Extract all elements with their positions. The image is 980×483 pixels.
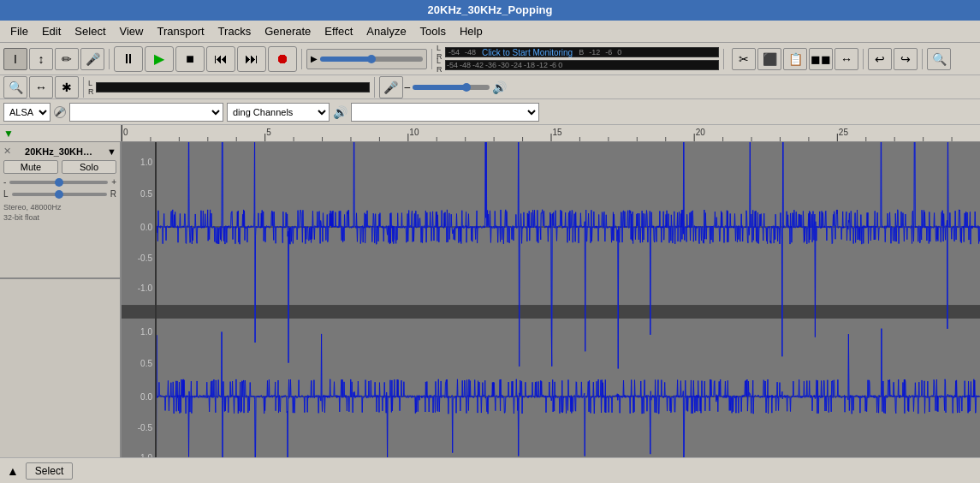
volume-control: – 🔊	[405, 80, 508, 94]
vu-top-bar[interactable]: -54 -48 Click to Start Monitoring B -12 …	[445, 47, 719, 57]
track-panel: ✕ 20KHz_30KHz_Popp ▼ Mute Solo - + L	[0, 142, 122, 481]
trim-button[interactable]: ◼◼	[809, 48, 833, 70]
playback-arrow[interactable]: ▼	[3, 128, 14, 140]
title-bar: 20KHz_30KHz_Popping	[0, 0, 980, 21]
sep2	[301, 49, 302, 69]
menu-tools[interactable]: Tools	[413, 23, 453, 39]
track-2-label	[0, 279, 120, 481]
sep4	[723, 49, 724, 69]
tool-select-btn[interactable]: I	[3, 48, 27, 70]
mic-input-icon[interactable]: 🎤	[54, 106, 66, 118]
sep6	[922, 49, 923, 69]
redo-button[interactable]: ↪	[894, 48, 918, 70]
undo-button[interactable]: ↩	[868, 48, 892, 70]
vu-meters: LR -54 -48 Click to Start Monitoring B -…	[437, 46, 719, 71]
track-1-label: ✕ 20KHz_30KHz_Popp ▼ Mute Solo - + L	[0, 142, 120, 279]
gain-row: - +	[3, 177, 116, 187]
menu-help[interactable]: Help	[453, 23, 490, 39]
rec-meter-bar	[96, 82, 370, 92]
vu-bottom-bar: -54 -48 -42 -36 -30 -24 -18 -12 -6 0	[445, 60, 719, 70]
select-button[interactable]: Select	[26, 462, 73, 480]
speed-slider-container: ▶	[306, 49, 427, 69]
mic-device-select[interactable]	[69, 103, 223, 122]
skip-start-button[interactable]: ⏮	[206, 46, 235, 72]
click-monitor-label[interactable]: Click to Start Monitoring	[478, 48, 576, 57]
volume-slider[interactable]	[413, 85, 490, 90]
menu-select[interactable]: Select	[68, 23, 112, 39]
toolbar-row-2: 🔍 ↔ ✱ LR 🎤 – 🔊	[0, 75, 980, 99]
star-btn[interactable]: ✱	[55, 76, 79, 98]
play-icon: ▶	[154, 51, 164, 67]
zoom-out-btn[interactable]: 🔍	[3, 76, 27, 98]
tool-draw-btn[interactable]: ✏	[55, 48, 79, 70]
volume-speaker-icon[interactable]: 🔊	[492, 80, 507, 94]
sep5	[863, 49, 864, 69]
speed-slider[interactable]	[320, 57, 423, 62]
lr-rec-label: LR	[88, 79, 94, 96]
record-button[interactable]: ⏺	[268, 46, 297, 72]
waveform-area[interactable]	[122, 142, 980, 481]
paste-button[interactable]: 📋	[783, 48, 807, 70]
menu-analyze[interactable]: Analyze	[359, 23, 413, 39]
menu-view[interactable]: View	[113, 23, 151, 39]
menu-edit[interactable]: Edit	[35, 23, 68, 39]
stop-button[interactable]: ■	[175, 46, 205, 72]
zoom-normal-button[interactable]: ↔	[834, 48, 858, 70]
menu-generate[interactable]: Generate	[258, 23, 318, 39]
sep3	[431, 49, 432, 69]
play-button[interactable]: ▶	[145, 46, 174, 72]
track-close-btn[interactable]: ✕	[3, 146, 11, 157]
sep1	[109, 49, 110, 69]
speed-thumb	[367, 55, 376, 63]
sep8	[374, 77, 375, 98]
track-collapse-btn[interactable]: ▼	[107, 146, 116, 157]
timeline-ruler: ▼	[0, 125, 980, 142]
pause-button[interactable]: ⏸	[114, 46, 143, 72]
gain-plus[interactable]: +	[111, 177, 116, 187]
menu-file[interactable]: File	[3, 23, 35, 39]
menu-tracks[interactable]: Tracks	[211, 23, 258, 39]
menu-transport[interactable]: Transport	[150, 23, 211, 39]
skip-end-icon: ⏭	[245, 51, 258, 67]
monitor-icon[interactable]: 🔊	[333, 105, 347, 119]
input-device-select[interactable]: ALSA	[3, 103, 50, 122]
pan-slider[interactable]	[12, 193, 107, 196]
volume-icon[interactable]: –	[405, 81, 411, 93]
gain-thumb	[55, 178, 63, 187]
zoom-in-button[interactable]: 🔍	[927, 48, 951, 70]
recording-channels-select[interactable]: ding Channels	[227, 103, 330, 122]
skip-start-icon: ⏮	[214, 51, 228, 67]
gain-minus[interactable]: -	[3, 177, 6, 187]
track-name-row: ✕ 20KHz_30KHz_Popp ▼	[3, 146, 116, 157]
tool-mic-btn[interactable]: 🎤	[80, 48, 104, 70]
track-info-line2: 32-bit float	[3, 213, 116, 222]
pause-icon: ⏸	[122, 51, 135, 67]
lr-label-bottom: LR	[437, 57, 443, 74]
speed-label: ▶	[311, 54, 318, 63]
mute-button[interactable]: Mute	[3, 160, 58, 174]
solo-button[interactable]: Solo	[62, 160, 116, 174]
output-device-select[interactable]	[351, 103, 539, 122]
skip-end-button[interactable]: ⏭	[237, 46, 266, 72]
mute-solo-row: Mute Solo	[3, 160, 116, 174]
bottom-arrow-icon[interactable]: ▲	[7, 464, 19, 478]
pan-thumb	[55, 190, 63, 199]
tool-envelope-btn[interactable]: ↕	[29, 48, 53, 70]
cut-button[interactable]: ✂	[732, 48, 756, 70]
waveform-canvas[interactable]	[122, 142, 980, 481]
track-name: 20KHz_30KHz_Popp	[25, 146, 93, 157]
gain-slider[interactable]	[9, 181, 108, 184]
vu-bottom-row: LR -54 -48 -42 -36 -30 -24 -18 -12 -6 0	[437, 59, 719, 71]
copy-button[interactable]: ⬛	[757, 48, 781, 70]
pan-row: L R	[3, 189, 116, 199]
ruler-spacer: ▼	[0, 125, 122, 141]
menu-effect[interactable]: Effect	[318, 23, 359, 39]
mic-button[interactable]: 🎤	[379, 76, 403, 98]
bottom-bar: ▲ Select	[0, 457, 980, 483]
vu-top-row: LR -54 -48 Click to Start Monitoring B -…	[437, 46, 719, 58]
track-info-line1: Stereo, 48000Hz	[3, 203, 116, 212]
main-content: ✕ 20KHz_30KHz_Popp ▼ Mute Solo - + L	[0, 142, 980, 481]
record-icon: ⏺	[276, 51, 289, 67]
pan-right-label: R	[110, 189, 116, 199]
fit-btn[interactable]: ↔	[29, 76, 53, 98]
